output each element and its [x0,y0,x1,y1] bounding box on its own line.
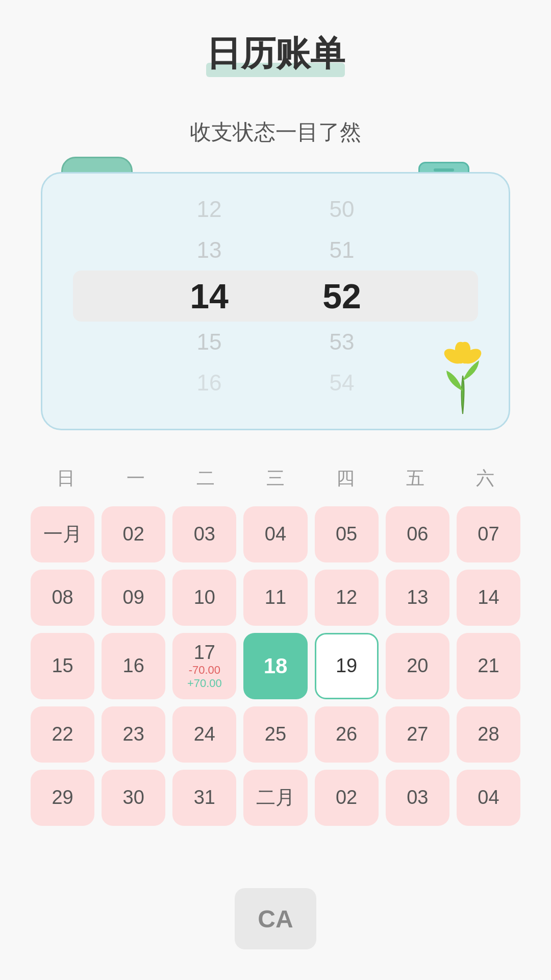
weekday-fri: 五 [381,461,450,496]
header-section: 日历账单 [0,0,551,87]
cal-cell-month-jan[interactable]: 一月 [31,506,94,562]
picker-item[interactable]: 15 [163,322,255,362]
cal-cell-07[interactable]: 07 [457,506,520,562]
cal-cell-12[interactable]: 12 [315,570,379,626]
cal-cell-20[interactable]: 20 [386,633,449,699]
cal-cell-feb04[interactable]: 04 [457,770,520,826]
page-title: 日历账单 [206,31,345,77]
picker-item[interactable]: 50 [296,189,388,230]
picker-column-right[interactable]: 50 51 52 53 54 [296,189,388,403]
cal-cell-10[interactable]: 10 [172,570,236,626]
picker-item-selected[interactable]: 52 [296,271,388,322]
cal-cell-09[interactable]: 09 [102,570,165,626]
calendar-section: 日 一 二 三 四 五 六 一月 02 03 04 05 06 07 08 09… [31,430,520,826]
cal-cell-08[interactable]: 08 [31,570,94,626]
cal-cell-22[interactable]: 22 [31,706,94,763]
picker-item[interactable]: 12 [163,189,255,230]
weekday-mon: 一 [101,461,170,496]
calendar-weekdays: 日 一 二 三 四 五 六 [31,461,520,496]
weekday-sat: 六 [450,461,520,496]
weekday-thu: 四 [311,461,381,496]
subtitle-text: 收支状态一目了然 [0,118,551,146]
cal-cell-17[interactable]: 17 -70.00 +70.00 [172,633,236,699]
cal-cell-11[interactable]: 11 [243,570,307,626]
cal-cell-21[interactable]: 21 [457,633,520,699]
picker-item-selected[interactable]: 14 [163,271,255,322]
cal-cell-19-selected[interactable]: 19 [315,633,379,699]
picker-drum[interactable]: 12 13 14 15 16 50 51 52 53 54 [63,189,488,403]
picker-column-left[interactable]: 12 13 14 15 16 [163,189,255,403]
income-amount: +70.00 [187,677,222,690]
cal-cell-23[interactable]: 23 [102,706,165,763]
weekday-tue: 二 [170,461,240,496]
weekday-sun: 日 [31,461,101,496]
cal-cell-month-feb[interactable]: 二月 [243,770,307,826]
expense-amount: -70.00 [189,664,220,677]
picker-card-outer: 12 13 14 15 16 50 51 52 53 54 [41,172,510,430]
cal-cell-18-today[interactable]: 18 [243,633,307,699]
cal-cell-16[interactable]: 16 [102,633,165,699]
picker-item[interactable]: 54 [296,362,388,403]
picker-item[interactable]: 51 [296,230,388,271]
cal-cell-14[interactable]: 14 [457,570,520,626]
cal-cell-25[interactable]: 25 [243,706,307,763]
cal-cell-06[interactable]: 06 [386,506,449,562]
cal-cell-03[interactable]: 03 [172,506,236,562]
cal-cell-04[interactable]: 04 [243,506,307,562]
cal-cell-13[interactable]: 13 [386,570,449,626]
cal-cell-05[interactable]: 05 [315,506,379,562]
cal-cell-31[interactable]: 31 [172,770,236,826]
cal-cell-feb03[interactable]: 03 [386,770,449,826]
picker-drum-container[interactable]: 12 13 14 15 16 50 51 52 53 54 [63,189,488,403]
cal-cell-02[interactable]: 02 [102,506,165,562]
cal-cell-15[interactable]: 15 [31,633,94,699]
picker-card[interactable]: 12 13 14 15 16 50 51 52 53 54 [41,172,510,430]
cal-cell-30[interactable]: 30 [102,770,165,826]
cal-cell-27[interactable]: 27 [386,706,449,763]
picker-item[interactable]: 13 [163,230,255,271]
ca-badge: CA [235,888,316,949]
cal-cell-29[interactable]: 29 [31,770,94,826]
weekday-wed: 三 [240,461,310,496]
picker-item[interactable]: 16 [163,362,255,403]
picker-item[interactable]: 53 [296,322,388,362]
title-wrapper: 日历账单 [206,31,345,77]
cal-cell-24[interactable]: 24 [172,706,236,763]
cal-cell-26[interactable]: 26 [315,706,379,763]
bottom-area: CA [0,826,551,908]
calendar-grid: 一月 02 03 04 05 06 07 08 09 10 11 12 13 1… [31,506,520,826]
cal-cell-feb02[interactable]: 02 [315,770,379,826]
cal-cell-28[interactable]: 28 [457,706,520,763]
